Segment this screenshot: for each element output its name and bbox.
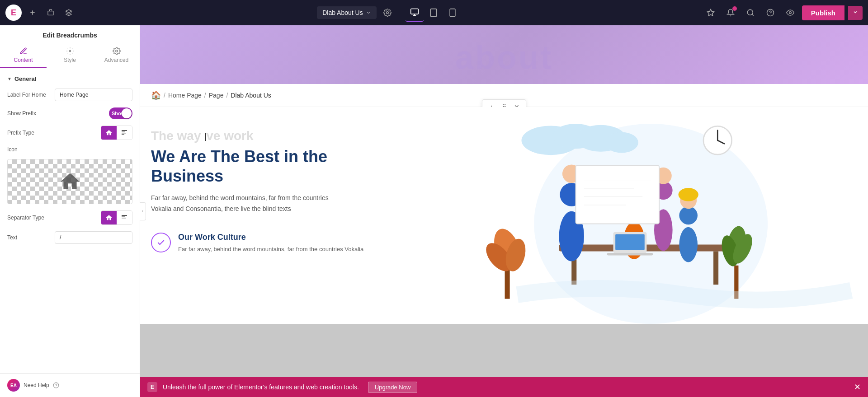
help-circle-icon xyxy=(53,382,59,388)
label-for-home-label: Label For Home xyxy=(7,92,51,98)
svg-point-53 xyxy=(679,188,698,201)
page-header-purple: about xyxy=(140,25,868,84)
main-heading: We Are The Best in the Business xyxy=(151,147,364,186)
desktop-view-button[interactable] xyxy=(406,4,424,22)
culture-title: Our Work Culture xyxy=(178,233,363,242)
panel-content: ▼ General Label For Home Show Prefix Sho… xyxy=(0,68,140,373)
cursor-line xyxy=(205,133,206,141)
main-description: Far far away, behind the word mountains,… xyxy=(151,193,341,215)
upgrade-now-button[interactable]: Upgrade Now xyxy=(368,382,418,393)
label-for-home-input[interactable] xyxy=(55,89,132,101)
svg-rect-64 xyxy=(576,165,659,224)
content-section: The way ve work We Are The Best in the B… xyxy=(140,107,375,324)
svg-point-51 xyxy=(679,227,698,262)
show-prefix-row: Show Prefix Show xyxy=(7,107,132,119)
panel-title: Edit Breadcrumbs xyxy=(0,25,140,39)
publish-button[interactable]: Publish xyxy=(802,5,844,20)
icon-preview[interactable] xyxy=(7,159,132,204)
svg-marker-3 xyxy=(66,9,71,13)
watermark-text: The way ve work xyxy=(151,129,364,143)
svg-rect-23 xyxy=(122,215,127,216)
svg-point-12 xyxy=(747,9,753,15)
icon-field-label: Icon xyxy=(7,146,132,153)
breadcrumb-sep-1: / xyxy=(164,92,165,99)
main-content-wrapper: The way ve work We Are The Best in the B… xyxy=(140,107,868,324)
separator-icon-btn[interactable] xyxy=(101,211,117,224)
svg-rect-21 xyxy=(122,133,126,133)
svg-rect-2 xyxy=(48,11,53,15)
help-button[interactable] xyxy=(762,5,778,21)
svg-rect-42 xyxy=(713,251,718,285)
show-prefix-toggle[interactable]: Show xyxy=(109,107,132,119)
svg-point-16 xyxy=(789,12,792,14)
search-button[interactable] xyxy=(742,5,759,21)
need-help-label: Need Help xyxy=(24,382,49,388)
svg-rect-10 xyxy=(450,9,455,17)
toggle-knob xyxy=(122,108,132,118)
breadcrumb-item-2: Page xyxy=(209,92,224,99)
svg-rect-59 xyxy=(607,253,653,256)
notification-button[interactable] xyxy=(722,5,739,21)
svg-rect-58 xyxy=(615,234,645,250)
svg-point-18 xyxy=(115,50,118,52)
prefix-type-row: Prefix Type xyxy=(7,126,132,140)
svg-point-17 xyxy=(69,51,71,52)
collapse-panel-handle[interactable]: ‹ xyxy=(140,202,146,220)
svg-point-4 xyxy=(386,12,388,14)
mobile-view-button[interactable] xyxy=(443,4,462,22)
separator-text-btn[interactable] xyxy=(117,211,132,224)
svg-point-32 xyxy=(605,132,638,153)
svg-rect-8 xyxy=(430,9,436,17)
culture-desc: Far far away, behind the word mountains,… xyxy=(178,245,363,254)
separator-type-row: Separator Type xyxy=(7,210,132,225)
preview-button[interactable] xyxy=(782,5,798,21)
svg-rect-22 xyxy=(122,134,124,135)
icon-label-row: Icon xyxy=(7,146,132,153)
top-bar-right: Publish xyxy=(703,5,863,21)
need-help-avatar: EA xyxy=(7,379,20,392)
text-field-input[interactable] xyxy=(55,231,132,244)
separator-type-label: Separator Type xyxy=(7,215,97,221)
work-culture-card: Our Work Culture Far far away, behind th… xyxy=(151,225,364,254)
prefix-type-icon-btn[interactable] xyxy=(101,126,117,140)
responsive-button[interactable] xyxy=(43,5,58,20)
main-layout: Edit Breadcrumbs Content Style Advanced … xyxy=(0,25,868,397)
svg-rect-24 xyxy=(122,216,125,217)
notification-message: Unleash the full power of Elementor's fe… xyxy=(163,383,359,391)
left-panel: Edit Breadcrumbs Content Style Advanced … xyxy=(0,25,140,397)
notification-close-button[interactable]: ✕ xyxy=(854,382,861,392)
publish-dropdown-button[interactable] xyxy=(848,6,863,20)
show-prefix-label: Show Prefix xyxy=(7,110,105,117)
notification-badge xyxy=(732,6,737,11)
prefix-type-text-btn[interactable] xyxy=(117,126,132,140)
panel-tabs: Content Style Advanced xyxy=(0,42,140,68)
illustration-area xyxy=(375,107,868,324)
page-selector[interactable]: Dlab About Us xyxy=(317,6,377,19)
text-field-label: Text xyxy=(7,234,51,241)
page-header-watermark: about xyxy=(455,39,553,76)
settings-button[interactable] xyxy=(380,5,395,20)
layers-button[interactable] xyxy=(61,5,76,20)
svg-rect-25 xyxy=(122,218,126,218)
tablet-view-button[interactable] xyxy=(425,4,443,22)
breadcrumb-item-1: Home Page xyxy=(168,92,202,99)
svg-rect-20 xyxy=(122,131,125,132)
tab-style[interactable]: Style xyxy=(47,42,93,68)
show-prefix-toggle-wrap[interactable]: Show xyxy=(109,107,132,119)
need-help-section[interactable]: EA Need Help xyxy=(0,373,140,397)
text-field-row: Text xyxy=(7,231,132,244)
tab-content[interactable]: Content xyxy=(0,42,47,68)
culture-icon xyxy=(151,233,171,252)
svg-point-50 xyxy=(679,206,698,225)
svg-rect-5 xyxy=(410,9,418,14)
tab-advanced[interactable]: Advanced xyxy=(93,42,140,68)
notification-bar: E Unleash the full power of Elementor's … xyxy=(140,377,868,397)
add-element-button[interactable] xyxy=(25,5,40,20)
elementor-logo: E xyxy=(5,5,22,21)
general-section-header[interactable]: ▼ General xyxy=(7,75,132,82)
breadcrumb-home-icon: 🏠 xyxy=(151,90,161,100)
svg-rect-19 xyxy=(122,130,127,131)
bookmark-button[interactable] xyxy=(703,5,719,21)
breadcrumb-sep-3: / xyxy=(226,92,228,99)
breadcrumb-bar: 🏠 / Home Page / Page / Dlab About Us + ⠿… xyxy=(140,84,868,107)
